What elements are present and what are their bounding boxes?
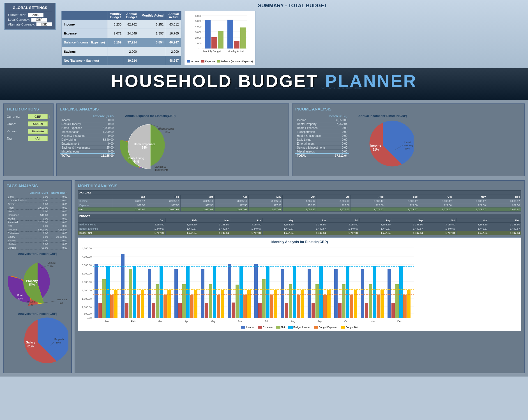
svg-text:4,000.00: 4,000.00 (82, 255, 92, 258)
legend-income: Income (187, 60, 199, 63)
graph-filter: Graph: Annual (7, 121, 50, 126)
svg-rect-116 (297, 295, 300, 318)
svg-rect-95 (217, 295, 220, 318)
svg-text:Insurance: Insurance (56, 298, 67, 301)
pie-label-savings: Savings & (155, 165, 166, 168)
tags-pie1-title: Analysis for Einstein(GBP) (7, 252, 68, 255)
exp-health: Health & Insurance0.00 (60, 134, 115, 138)
svg-text:Aug: Aug (291, 320, 295, 323)
jun-bars: Jun (228, 264, 251, 323)
svg-rect-130 (350, 295, 353, 318)
svg-text:6,000: 6,000 (195, 15, 202, 17)
exp-misc: Miscellaneous0.00 (60, 150, 115, 154)
bar-monthly-budget-balance (218, 31, 223, 49)
svg-rect-72 (129, 269, 132, 318)
svg-rect-145 (407, 290, 411, 318)
budget-income-row: Budget Income 3,188.503,188.503,188.503,… (78, 223, 521, 227)
currency-filter: Currency: GBP i (7, 114, 50, 119)
row2: TAGS ANALYSIS Expense (GBP) Income (GBP)… (3, 180, 525, 373)
svg-rect-85 (178, 303, 182, 318)
svg-rect-71 (125, 303, 128, 318)
title-text: HOUSEHOLD BUDGET PLANNER (8, 72, 520, 90)
pie-label-transport: Transportation (158, 128, 174, 130)
exp-rental: Rental Property0.00 (60, 122, 115, 126)
tag-health: Health0.000.00 (7, 210, 68, 213)
svg-rect-75 (141, 290, 144, 318)
tag-food: Food2,600.000.00 (7, 206, 68, 210)
monthly-analysis-title: MONTHLY ANALYSIS (78, 184, 521, 188)
svg-rect-63 (94, 264, 98, 318)
tags-table: Expense (GBP) Income (GBP) Bank0.000.00 … (7, 191, 68, 250)
tag-filter: Tag: *All (7, 136, 50, 141)
svg-text:Property: Property (404, 144, 414, 147)
svg-rect-102 (243, 295, 247, 318)
svg-text:1,000: 1,000 (195, 42, 202, 45)
svg-rect-77 (148, 269, 151, 318)
summary-bar-chart: 6,000 5,000 4,000 3,000 2,000 1,000 0 (187, 13, 248, 58)
svg-rect-86 (182, 284, 186, 318)
exp-entertainment: Entertainment0.00 (60, 142, 115, 146)
svg-rect-108 (266, 266, 269, 318)
summary-title: SUMMARY - TOTAL BUDGET (61, 3, 524, 9)
tag-label: Tag: (7, 137, 26, 140)
global-settings: GLOBAL SETTINGS Current Year: 2010 Local… (4, 3, 56, 30)
tag-comm: Communications0.000.00 (7, 199, 68, 202)
actuals-expense-row: Expense 927.50927.50927.50927.50927.5095… (78, 203, 521, 207)
expense-analysis-inner: Expense (GBP) Income0.00 Rental Property… (60, 114, 286, 173)
tag-vehicle: Vehicle750.000.00 (7, 246, 68, 250)
svg-text:Sep: Sep (317, 320, 322, 323)
alternate-currency-value: USD (36, 22, 52, 26)
svg-rect-84 (174, 269, 178, 318)
svg-rect-93 (209, 284, 212, 318)
tags-analysis-title: TAGS ANALYSIS (7, 184, 68, 188)
svg-text:5,000: 5,000 (195, 20, 202, 22)
svg-text:Nov: Nov (371, 320, 375, 323)
svg-text:5%: 5% (59, 301, 63, 304)
svg-text:0%: 0% (156, 172, 160, 172)
inc-entertainment: Entertainment0.00 (295, 142, 349, 146)
filter-options-panel: FILTER OPTIONS Currency: GBP i Graph: An… (3, 103, 54, 176)
svg-text:34%: 34% (133, 160, 139, 163)
svg-rect-94 (213, 266, 216, 318)
svg-text:Property: Property (26, 280, 38, 283)
svg-text:19%: 19% (56, 341, 61, 344)
exp-total: TOTAL11,155.00 (60, 154, 115, 158)
legend-expense: Expense (201, 60, 215, 63)
tag-value[interactable]: *All (28, 136, 48, 141)
person-filter: Person: Einstein (7, 129, 50, 134)
svg-rect-131 (354, 290, 357, 318)
svg-rect-73 (133, 266, 136, 318)
svg-rect-88 (190, 295, 193, 318)
tags-pie2-title: Analysis for Einstein(GBP) (7, 312, 68, 315)
svg-rect-101 (239, 266, 243, 318)
tags-pie1-wrap: Analysis for Einstein(GBP) (7, 252, 68, 310)
currency-value[interactable]: GBP (28, 114, 48, 119)
tag-credit: Credit0.000.00 (7, 202, 68, 206)
legend-budget-net: Budget Net (341, 326, 358, 329)
summary-chart: 6,000 5,000 4,000 3,000 2,000 1,000 0 (184, 11, 255, 65)
balance-row: Balance (Income - Expense) 3,159 37,914 … (61, 38, 181, 47)
svg-rect-129 (346, 266, 349, 318)
svg-rect-103 (247, 290, 251, 318)
svg-rect-124 (327, 290, 331, 318)
svg-text:2,000: 2,000 (195, 36, 202, 39)
svg-text:11%: 11% (28, 304, 33, 306)
svg-rect-74 (137, 295, 140, 318)
monthly-bar-chart: 4,500.00 4,000.00 3,500.00 3,000.00 2,50… (80, 245, 417, 324)
svg-rect-138 (381, 290, 384, 318)
local-currency-label: Local Currency: (8, 18, 30, 21)
svg-text:0: 0 (198, 47, 199, 50)
person-value[interactable]: Einstein (28, 129, 48, 134)
net-row: Net (Balance + Savings) 39,914 48,247 (61, 56, 181, 65)
actuals-net-row: Net 2,377.673,027.672,077.672,077.672,07… (78, 207, 521, 212)
svg-rect-110 (274, 290, 277, 318)
svg-text:3,500.00: 3,500.00 (82, 264, 92, 267)
svg-rect-119 (308, 269, 311, 318)
graph-value[interactable]: Annual (28, 121, 48, 126)
svg-rect-136 (373, 266, 376, 318)
actuals-table: ACTUALS JanFebMarAprMayJun JulAugSepOctN… (78, 190, 521, 212)
exp-savings: Savings & Investments25.00 (60, 146, 115, 150)
inc-health: Health & Insurance0.00 (295, 134, 349, 138)
svg-text:500.00: 500.00 (84, 312, 92, 315)
svg-text:Monthly Budget: Monthly Budget (203, 50, 221, 53)
